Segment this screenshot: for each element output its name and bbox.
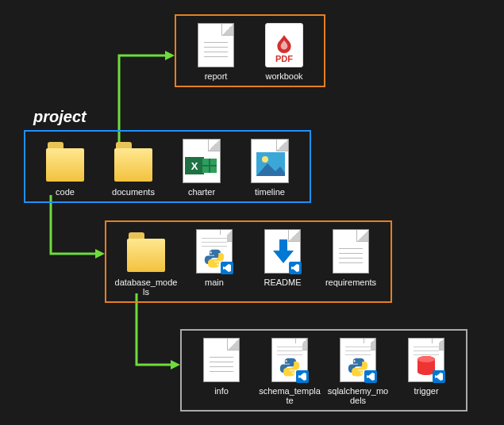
file-label: documents (112, 187, 155, 197)
file-trigger[interactable]: trigger (394, 337, 458, 396)
file-label: charter (188, 187, 215, 197)
svg-marker-13 (435, 373, 443, 381)
vscode-badge-icon (364, 370, 377, 383)
svg-marker-10 (367, 373, 375, 381)
folder-database-models[interactable]: database_models (114, 228, 178, 297)
folder-icon (46, 148, 84, 182)
text-file-icon (333, 229, 369, 274)
image-file-icon (251, 139, 289, 183)
svg-marker-9 (298, 373, 306, 381)
svg-marker-2 (171, 360, 180, 369)
database-models-group: info schema_template sqlalchemy_models (180, 329, 467, 412)
folder-code[interactable]: code (33, 138, 97, 197)
svg-marker-6 (223, 264, 231, 272)
file-timeline[interactable]: timeline (238, 138, 302, 197)
vscode-badge-icon (433, 370, 445, 383)
file-sqlalchemy-models[interactable]: sqlalchemy_models (326, 337, 390, 405)
file-label: requirements (325, 278, 376, 287)
svg-marker-0 (165, 51, 175, 60)
folder-icon (127, 239, 165, 272)
svg-point-12 (417, 356, 435, 362)
file-label: workbook (265, 71, 302, 81)
file-label: schema_template (258, 386, 321, 405)
svg-point-4 (262, 156, 268, 163)
file-label: sqlalchemy_models (326, 386, 390, 405)
file-readme[interactable]: README (251, 228, 314, 287)
file-label: database_models (114, 278, 178, 297)
svg-marker-7 (273, 239, 294, 263)
file-charter[interactable]: X charter (170, 138, 233, 197)
file-requirements[interactable]: requirements (319, 228, 383, 287)
file-label: main (205, 278, 224, 287)
python-file-icon (340, 338, 376, 382)
documents-group: report PDF workbook (175, 14, 325, 87)
vscode-badge-icon (296, 370, 309, 383)
file-label: code (56, 187, 75, 197)
excel-file-icon: X (183, 139, 221, 183)
vscode-badge-icon (289, 262, 302, 274)
file-label: trigger (414, 386, 438, 396)
file-main[interactable]: main (183, 228, 246, 287)
sql-file-icon (408, 338, 444, 382)
text-file-icon (198, 23, 234, 67)
file-label: report (205, 71, 228, 81)
python-file-icon (271, 338, 308, 382)
markdown-file-icon (264, 229, 301, 274)
folder-documents[interactable]: documents (102, 138, 165, 197)
vscode-badge-icon (221, 262, 233, 274)
file-label: timeline (255, 187, 285, 197)
file-label: README (264, 278, 301, 287)
diagram-stage: report PDF workbook project code documen… (0, 0, 504, 425)
code-group: database_models main README (105, 220, 392, 303)
file-report[interactable]: report (184, 22, 248, 81)
project-title: project (33, 108, 87, 126)
file-schema-template[interactable]: schema_template (258, 337, 321, 405)
svg-marker-8 (291, 264, 299, 272)
file-workbook[interactable]: PDF workbook (252, 22, 316, 81)
pdf-file-icon: PDF (265, 23, 303, 67)
file-info[interactable]: info (190, 337, 253, 396)
svg-marker-1 (95, 249, 105, 258)
project-group: code documents X charter timeline (24, 130, 311, 203)
python-file-icon (196, 229, 233, 274)
folder-icon (114, 148, 152, 182)
pdf-badge-text: PDF (275, 54, 293, 63)
file-label: info (214, 386, 229, 396)
text-file-icon (203, 338, 240, 382)
